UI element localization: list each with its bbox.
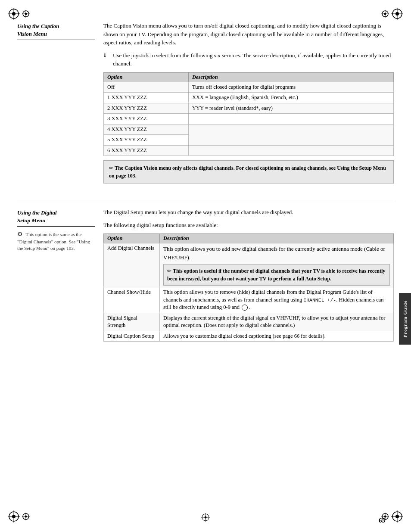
side-note-icon: ⚙	[17, 230, 23, 239]
table1-col1-header: Option	[104, 72, 189, 82]
table-cell-desc	[188, 114, 393, 124]
table-cell-option: 2 XXX YYY ZZZ	[104, 103, 189, 114]
table-cell-option: Digital Signal Strength	[104, 313, 160, 331]
table-row: OffTurns off closed captioning for digit…	[104, 82, 394, 93]
table-cell-option: 3 XXX YYY ZZZ	[104, 114, 189, 124]
table-cell-option: 6 XXX YYY ZZZ	[104, 145, 189, 156]
caption-options-table: Option Description OffTurns off closed c…	[103, 72, 394, 156]
section-digital-setup: Using the Digital Setup Menu ⚙ This opti…	[17, 208, 394, 346]
page-content: Using the Caption Vision Menu The Captio…	[17, 17, 394, 515]
table-cell-desc: XXX = language (English, Spanish, French…	[188, 93, 393, 103]
section1-content: The Caption Vision menu allows you to tu…	[103, 22, 394, 188]
table-cell-desc	[188, 124, 393, 145]
table-cell-option: 5 XXX YYY ZZZ	[104, 135, 189, 146]
table2-col1-header: Option	[104, 234, 160, 243]
section1-heading: Using the Caption Vision Menu	[17, 22, 103, 188]
section2-side-note: ⚙ This option is the same as the "Digita…	[17, 230, 95, 252]
table-row: 3 XXX YYY ZZZ	[104, 114, 394, 124]
digital-setup-table: Option Description Add Digital ChannelsT…	[103, 233, 394, 342]
table-cell-desc: YYY = reader level (standard*, easy)	[188, 103, 393, 114]
table-cell-desc: Turns off closed captioning for digital …	[188, 82, 393, 93]
table-cell-option: 4 XXX YYY ZZZ	[104, 124, 189, 135]
section2-content: The Digital Setup menu lets you change t…	[103, 208, 394, 346]
table-cell-option: Digital Caption Setup	[104, 331, 160, 342]
section1-intro: The Caption Vision menu allows you to tu…	[103, 22, 394, 47]
vertical-tab: Program Guide	[399, 293, 411, 345]
section2-intro2: The following digital setup functions ar…	[103, 221, 394, 230]
table-cell-option: Channel Show/Hide	[104, 287, 160, 313]
section1-note-text: The Caption Vision menu only affects dig…	[109, 165, 386, 179]
table-row: 1 XXX YYY ZZZXXX = language (English, Sp…	[104, 93, 394, 103]
table1-col2-header: Description	[188, 72, 393, 82]
table-cell-option: Add Digital Channels	[104, 243, 160, 287]
note-icon: ✏	[109, 165, 113, 171]
table-cell-option: Off	[104, 82, 189, 93]
table-row: 4 XXX YYY ZZZ	[104, 124, 394, 135]
table-cell-desc	[188, 145, 393, 156]
section2-intro1: The Digital Setup menu lets you change t…	[103, 208, 394, 217]
table-cell-desc: This option allows you to add new digita…	[160, 243, 394, 287]
page-number: 65	[379, 517, 385, 524]
vertical-tab-label: Program Guide	[402, 300, 408, 337]
section1-note: ✏ The Caption Vision menu only affects d…	[103, 160, 394, 184]
section1-title: Using the Caption Vision Menu	[17, 22, 95, 40]
table-row: Add Digital ChannelsThis option allows y…	[104, 243, 394, 287]
table-row: Channel Show/HideThis option allows you …	[104, 287, 394, 313]
section2-title: Using the Digital Setup Menu	[17, 209, 95, 227]
table-row: Digital Signal StrengthDisplays the curr…	[104, 313, 394, 331]
step1-text: Use the joystick to select from the foll…	[113, 51, 394, 68]
step1: 1 Use the joystick to select from the fo…	[103, 51, 394, 68]
section-divider	[17, 201, 394, 201]
table-row: 6 XXX YYY ZZZ	[104, 145, 394, 156]
table-cell-desc: Allows you to customize digital closed c…	[160, 331, 394, 342]
section-caption-vision: Using the Caption Vision Menu The Captio…	[17, 22, 394, 188]
table-cell-desc: This option allows you to remove (hide) …	[160, 287, 394, 313]
section2-heading: Using the Digital Setup Menu ⚙ This opti…	[17, 208, 103, 346]
table-cell-option: 1 XXX YYY ZZZ	[104, 93, 189, 103]
table-row: 2 XXX YYY ZZZYYY = reader level (standar…	[104, 103, 394, 114]
table-cell-desc: Displays the current strength of the dig…	[160, 313, 394, 331]
table2-col2-header: Description	[160, 234, 394, 243]
table-row: Digital Caption SetupAllows you to custo…	[104, 331, 394, 342]
